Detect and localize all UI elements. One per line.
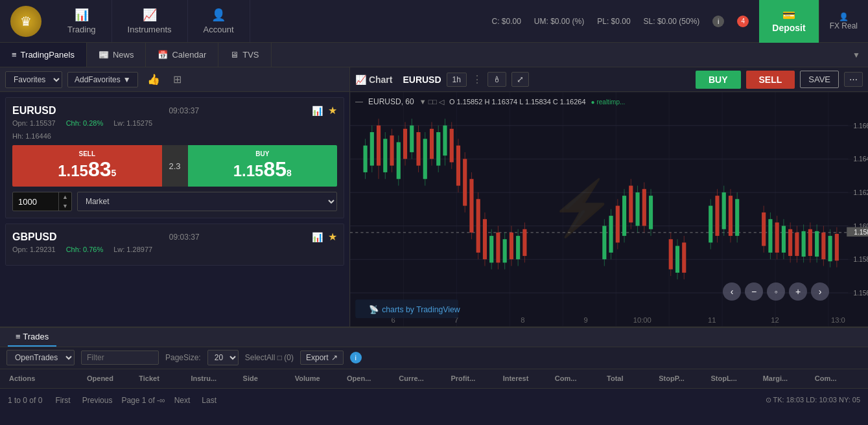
chart-area: 📈 Chart EURUSD 1h ⋮ 🕯 ⤢ BUY SELL SAVE ⋯ … bbox=[350, 67, 868, 327]
col-instrument: Instru... bbox=[187, 374, 239, 382]
gbpusd-card: GBPUSD 09:03:37 📊 ★ Opn: 1.29231 Chh: 0.… bbox=[5, 224, 344, 266]
col-actions: Actions bbox=[5, 374, 83, 382]
deposit-button[interactable]: 💳 Deposit bbox=[759, 0, 818, 43]
eurusd-hh: Hh: 1.16446 bbox=[12, 132, 337, 140]
eurusd-qty-down[interactable]: ▼ bbox=[59, 201, 71, 211]
sec-nav-collapse[interactable]: ▼ bbox=[845, 51, 868, 60]
favorites-select[interactable]: Favorites bbox=[5, 71, 62, 88]
chart-toolbar: 📈 Chart EURUSD 1h ⋮ 🕯 ⤢ BUY SELL SAVE ⋯ bbox=[350, 67, 868, 92]
eurusd-qty-input[interactable] bbox=[13, 193, 58, 211]
chart-sell-button[interactable]: SELL bbox=[746, 71, 795, 89]
stat-um: UM: $0.00 (%) bbox=[534, 17, 584, 26]
panel-toolbar: Favorites AddFavorites ▼ 👍 ⊞ bbox=[0, 67, 349, 92]
sec-nav-tvs[interactable]: 🖥 TVS bbox=[218, 43, 271, 67]
chart-extra-button[interactable]: ⋯ bbox=[844, 72, 863, 87]
timeframe-button[interactable]: 1h bbox=[447, 73, 467, 87]
eurusd-actions: 📊 ★ bbox=[312, 104, 337, 117]
filter-input[interactable] bbox=[81, 350, 159, 365]
svg-text:charts by TradingView: charts by TradingView bbox=[382, 305, 460, 314]
main-content: Favorites AddFavorites ▼ 👍 ⊞ EURUSD 09:0… bbox=[0, 67, 868, 425]
selectall-label[interactable]: SelectAll □ (0) bbox=[245, 353, 294, 362]
add-fav-dropdown-icon: ▼ bbox=[123, 75, 131, 84]
stat-pl: PL: $0.00 bbox=[597, 17, 630, 26]
bottom-toolbar: OpenTrades PageSize: 20 SelectAll □ (0) … bbox=[0, 347, 868, 369]
col-ticket: Ticket bbox=[135, 374, 187, 382]
stat-c: C: $0.00 bbox=[491, 17, 521, 26]
eurusd-sell-button[interactable]: SELL 1.15835 bbox=[12, 145, 162, 187]
chart-buy-button[interactable]: BUY bbox=[696, 71, 741, 89]
sec-nav-trading-panels[interactable]: ≡ TradingPanels bbox=[0, 43, 87, 67]
eurusd-star-icon[interactable]: ★ bbox=[328, 104, 337, 117]
account-icon: 👤 bbox=[211, 8, 226, 22]
page-nav: First Previous Page 1 of -∞ Next Last bbox=[53, 395, 219, 406]
page-last-button[interactable]: Last bbox=[199, 395, 219, 406]
nav-trading-label: Trading bbox=[67, 25, 96, 34]
eurusd-qty-up[interactable]: ▲ bbox=[59, 192, 71, 201]
eurusd-header: EURUSD 09:03:37 📊 ★ bbox=[12, 104, 337, 117]
eurusd-buy-price: 1.15858 bbox=[233, 157, 292, 181]
chart-fit-button[interactable]: ◦ bbox=[767, 282, 785, 301]
sec-nav-news[interactable]: 📰 News bbox=[87, 43, 147, 67]
eurusd-order-type[interactable]: Market bbox=[77, 192, 337, 211]
thumbup-icon-button[interactable]: 👍 bbox=[143, 72, 164, 87]
panel-content: EURUSD 09:03:37 📊 ★ Opn: 1.15537 Chh: 0.… bbox=[0, 92, 349, 327]
chart-expand-button[interactable]: ⤢ bbox=[511, 72, 529, 87]
pagesize-select[interactable]: 20 bbox=[207, 350, 239, 365]
candle-type-button[interactable]: 🕯 bbox=[487, 72, 506, 87]
svg-text:1.1660: 1.1660 bbox=[853, 122, 868, 130]
top-split: Favorites AddFavorites ▼ 👍 ⊞ EURUSD 09:0… bbox=[0, 67, 868, 327]
svg-text:📡: 📡 bbox=[369, 304, 379, 315]
svg-text:13:0: 13:0 bbox=[831, 316, 845, 324]
svg-text:1.1640: 1.1640 bbox=[853, 155, 868, 163]
col-total: Total bbox=[603, 374, 655, 382]
bottom-panel: ≡ Trades OpenTrades PageSize: 20 SelectA… bbox=[0, 327, 868, 425]
expand-icon-button[interactable]: ⊞ bbox=[169, 72, 185, 87]
gbpusd-star-icon[interactable]: ★ bbox=[328, 231, 337, 243]
page-info: Page 1 of -∞ bbox=[121, 396, 165, 405]
chart-save-button[interactable]: SAVE bbox=[800, 71, 839, 88]
top-nav: ♛ 📊 Trading 📈 Instruments 👤 Account C: $… bbox=[0, 0, 868, 43]
eurusd-lw: Lw: 1.15275 bbox=[113, 119, 152, 127]
chart-plus-button[interactable]: + bbox=[789, 282, 807, 301]
realtime-indicator: ● realtimp... bbox=[591, 98, 626, 106]
info-button[interactable]: i bbox=[350, 352, 362, 363]
logo-icon: ♛ bbox=[10, 6, 41, 37]
chart-forward-button[interactable]: › bbox=[811, 282, 829, 301]
sec-nav-calendar[interactable]: 📅 Calendar bbox=[146, 43, 218, 67]
eurusd-buy-button[interactable]: BUY 1.15858 bbox=[188, 145, 338, 187]
chart-ohlc: O 1.15852 H 1.16374 L 1.15834 C 1.16264 bbox=[449, 98, 586, 106]
nav-trading[interactable]: 📊 Trading bbox=[52, 0, 112, 42]
add-favorites-button[interactable]: AddFavorites ▼ bbox=[67, 72, 138, 87]
notif-badge[interactable]: 4 bbox=[737, 16, 749, 27]
svg-text:12: 12 bbox=[771, 316, 779, 324]
tab-trades[interactable]: ≡ Trades bbox=[8, 328, 56, 347]
page-first-button[interactable]: First bbox=[53, 395, 73, 406]
eurusd-opn: Opn: 1.15537 bbox=[12, 119, 56, 127]
tvs-icon: 🖥 bbox=[230, 50, 239, 60]
info-badge[interactable]: i bbox=[712, 16, 724, 27]
col-profit: Profit... bbox=[447, 374, 499, 382]
nav-account[interactable]: 👤 Account bbox=[188, 0, 250, 42]
svg-text:1.1584: 1.1584 bbox=[854, 229, 868, 236]
gbpusd-header: GBPUSD 09:03:37 📊 ★ bbox=[12, 231, 337, 243]
eurusd-chh: Chh: 0.28% bbox=[66, 119, 104, 127]
page-next-button[interactable]: Next bbox=[172, 395, 193, 406]
chart-back-button[interactable]: ‹ bbox=[723, 282, 741, 301]
chart-controls: ‹ − ◦ + › bbox=[723, 282, 829, 301]
gbpusd-chart-icon[interactable]: 📊 bbox=[312, 232, 323, 242]
svg-text:9: 9 bbox=[584, 316, 588, 324]
chart-canvas: — EURUSD, 60 ▼ □□ ◁ O 1.15852 H 1.16374 … bbox=[350, 92, 868, 327]
trading-icon: 📊 bbox=[75, 8, 89, 22]
stat-sl: SL: $0.00 (50%) bbox=[644, 17, 700, 26]
nav-instruments[interactable]: 📈 Instruments bbox=[112, 0, 188, 42]
trades-type-select[interactable]: OpenTrades bbox=[6, 350, 75, 365]
eurusd-chart-icon[interactable]: 📊 bbox=[312, 106, 323, 116]
chart-minus-button[interactable]: − bbox=[745, 282, 763, 301]
export-button[interactable]: Export ↗ bbox=[300, 350, 344, 365]
trading-panels-icon: ≡ bbox=[12, 50, 17, 60]
col-open-price: Open... bbox=[343, 374, 395, 382]
col-stop-loss: StopL... bbox=[707, 374, 758, 382]
bottom-footer: 1 to 0 of 0 First Previous Page 1 of -∞ … bbox=[0, 389, 868, 412]
svg-text:1.1580: 1.1580 bbox=[853, 256, 868, 263]
page-previous-button[interactable]: Previous bbox=[80, 395, 115, 406]
